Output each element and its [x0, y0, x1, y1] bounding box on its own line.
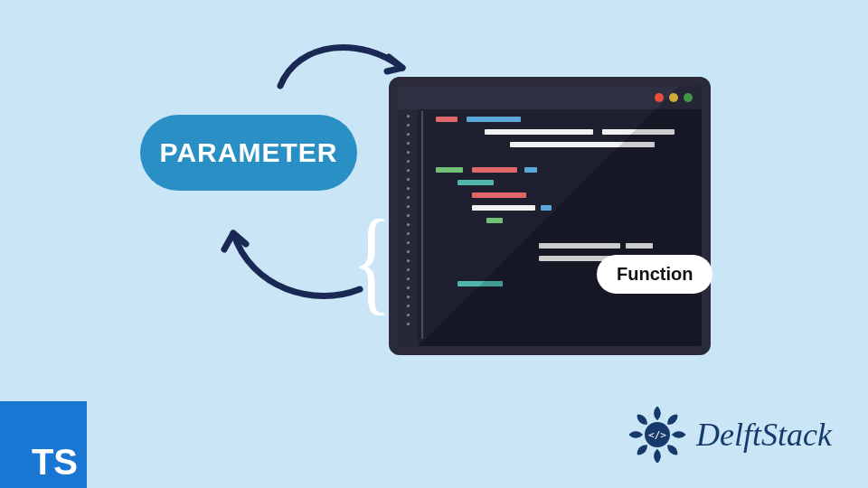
- code-line: [430, 117, 691, 122]
- gutter-dot: [407, 133, 410, 136]
- minimize-dot-icon: [669, 93, 678, 102]
- gutter-dot: [407, 124, 410, 127]
- code-segment: [467, 117, 521, 122]
- gutter-dot: [407, 205, 410, 208]
- code-line: [430, 243, 691, 249]
- code-line: [430, 142, 691, 147]
- gutter-dot: [407, 323, 410, 325]
- code-monitor: [389, 77, 711, 355]
- code-area: [430, 117, 691, 339]
- code-line: [430, 230, 691, 236]
- editor-screen: [398, 86, 702, 346]
- code-segment: [602, 129, 675, 135]
- code-line: [430, 180, 691, 185]
- gutter-dot: [407, 259, 410, 262]
- function-label-pill: Function: [597, 255, 712, 294]
- gutter-divider: [421, 111, 423, 339]
- gutter-dot: [407, 250, 410, 253]
- code-segment: [486, 218, 503, 223]
- gutter-dot: [407, 196, 410, 199]
- code-segment: [524, 167, 537, 173]
- window-titlebar: [398, 86, 702, 109]
- code-line: [430, 167, 691, 173]
- maximize-dot-icon: [684, 93, 693, 102]
- gutter-dot: [407, 187, 410, 190]
- gutter-dot: [407, 178, 410, 181]
- gutter-dot: [407, 232, 410, 235]
- code-segment: [626, 243, 653, 249]
- delftstack-logo: </> DelftStack: [626, 403, 832, 466]
- code-line: [430, 218, 691, 223]
- delftstack-mark-icon: </>: [626, 403, 689, 466]
- gutter-dot: [407, 160, 410, 163]
- parameter-pill: PARAMETER: [140, 115, 357, 191]
- code-segment: [458, 180, 494, 185]
- gutter-dot: [407, 241, 410, 244]
- svg-text:</>: </>: [648, 429, 666, 441]
- code-segment: [472, 192, 526, 198]
- curly-brace: {: [352, 202, 392, 319]
- gutter-dot: [407, 314, 410, 316]
- code-line: [430, 129, 691, 135]
- code-segment: [472, 167, 517, 173]
- ts-text: TS: [32, 442, 78, 483]
- gutter-dot: [407, 115, 410, 117]
- code-line: [430, 155, 691, 160]
- gutter-dot: [407, 286, 410, 289]
- parameter-label: PARAMETER: [160, 137, 338, 168]
- delftstack-text: DelftStack: [696, 416, 832, 454]
- code-line: [430, 192, 691, 198]
- gutter-dot: [407, 151, 410, 154]
- code-segment: [510, 142, 655, 147]
- gutter-dot: [407, 169, 410, 172]
- gutter-dot: [407, 142, 410, 145]
- code-segment: [539, 243, 620, 249]
- gutter-dot: [407, 296, 410, 298]
- code-segment: [541, 205, 552, 211]
- code-segment: [458, 281, 503, 286]
- code-line: [430, 205, 691, 211]
- gutter-dot: [407, 214, 410, 217]
- code-segment: [436, 167, 463, 173]
- function-label: Function: [617, 264, 693, 284]
- gutter-dot: [407, 277, 410, 280]
- code-segment: [472, 205, 535, 211]
- gutter-dot: [407, 305, 410, 307]
- typescript-badge: TS: [0, 401, 87, 488]
- gutter-dot: [407, 268, 410, 271]
- code-segment: [485, 129, 593, 135]
- gutter-dot: [407, 223, 410, 226]
- close-dot-icon: [655, 93, 664, 102]
- code-segment: [436, 117, 458, 122]
- line-gutter: [398, 109, 418, 346]
